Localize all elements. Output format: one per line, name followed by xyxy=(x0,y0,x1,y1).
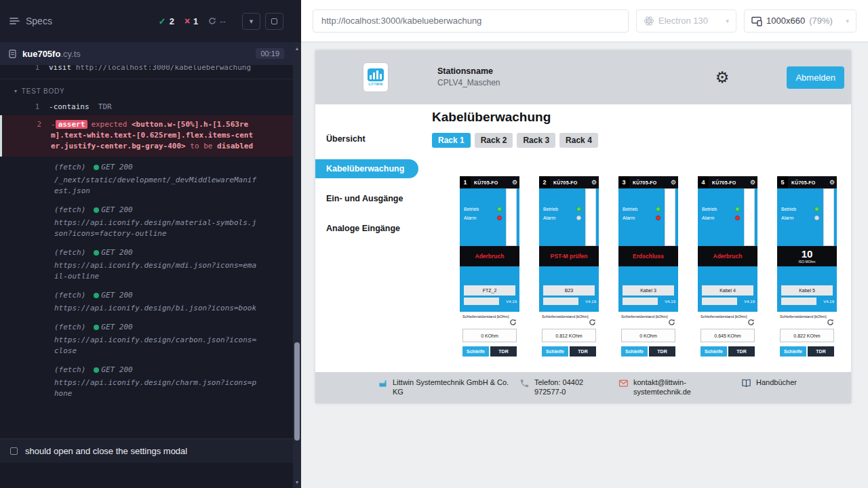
logout-button[interactable]: Abmelden xyxy=(787,66,844,89)
tab-rack-2[interactable]: Rack 2 xyxy=(475,133,513,148)
manuals-text: Handbücher xyxy=(756,378,797,388)
resistance-section: Schleifenwiderstand [kOhm] 0.822 KOhm Sc… xyxy=(777,312,837,369)
resistance-value: 0.645 KOhm xyxy=(701,329,755,342)
card-settings-gear-icon[interactable]: ⚙ xyxy=(671,180,676,186)
fetch-badge: (fetch) xyxy=(54,365,85,375)
settings-gear-icon[interactable]: ⚙ xyxy=(715,70,730,85)
card-settings-gear-icon[interactable]: ⚙ xyxy=(829,180,835,186)
fetch-status: GET 200 xyxy=(101,290,132,301)
network-log-entry[interactable]: (fetch)GET 200 https://api.iconify.desig… xyxy=(0,203,293,246)
failed-assert-row[interactable]: 2 -assertexpected <button.w-[50%].h-[1.5… xyxy=(0,115,293,157)
level-gauge xyxy=(823,188,834,246)
fetch-url: https://api.iconify.design/charm.json?ic… xyxy=(54,378,259,399)
iso-value: 10 xyxy=(802,249,813,260)
fetch-badge: (fetch) xyxy=(54,322,85,333)
next-test-row[interactable]: should open and close the settings modal xyxy=(0,439,293,463)
scroll-down-icon[interactable]: ▼ xyxy=(293,477,301,487)
tdr-button[interactable]: TDR xyxy=(570,346,596,357)
footer-email[interactable]: kontakt@littwin-systemtechnik.de xyxy=(618,378,711,397)
network-log-entry[interactable]: (fetch)GET 200 https://api.iconify.desig… xyxy=(0,289,293,321)
status-text: Aderbruch xyxy=(475,253,505,260)
cable-name-field[interactable]: Kabel 3 xyxy=(623,285,674,296)
schleife-button[interactable]: Schleife xyxy=(780,346,806,357)
sidebar-item-analoge-eingaenge[interactable]: Analoge Eingänge xyxy=(315,219,422,238)
collapse-reporter-button[interactable]: ▾ xyxy=(242,13,260,30)
test-body-section[interactable]: ▾ TEST BODY xyxy=(0,81,293,101)
line-number: 1 xyxy=(0,65,49,73)
sidebar-item-ein-und-ausgaenge[interactable]: Ein- und Ausgänge xyxy=(315,189,422,208)
next-test-title: should open and close the settings modal xyxy=(25,446,187,456)
cable-name-field[interactable]: B23 xyxy=(543,285,595,296)
spec-file-bar[interactable]: kue705fo.cy.ts 00:19 xyxy=(0,42,293,65)
check-icon: ✓ xyxy=(159,16,166,26)
reporter-scrollbar[interactable]: ▲ ▼ xyxy=(293,42,301,488)
app-body: Übersicht Kabelüberwachung Ein- und Ausg… xyxy=(315,104,851,372)
fetch-badge: (fetch) xyxy=(54,162,85,173)
refresh-icon[interactable] xyxy=(462,319,517,328)
visit-command-row[interactable]: 1 visit http://localhost:3000/kabelueber… xyxy=(0,65,293,74)
tdr-button[interactable]: TDR xyxy=(490,346,517,357)
cable-name-field[interactable]: Kabel 4 xyxy=(702,285,753,296)
app-footer: Littwin Systemtechnik GmbH & Co. KG Tele… xyxy=(315,372,851,403)
scroll-up-icon[interactable]: ▲ xyxy=(293,43,301,53)
contains-command-row[interactable]: 1 -contains TDR xyxy=(0,101,293,113)
pending-stat: -- xyxy=(208,16,226,26)
test-stats: ✓2 ×1 -- xyxy=(159,16,226,26)
tdr-button[interactable]: TDR xyxy=(808,346,834,357)
fetch-url: https://api.iconify.design/mdi.json?icon… xyxy=(54,260,259,282)
refresh-icon[interactable] xyxy=(621,319,675,328)
resistance-value: 0 KOhm xyxy=(462,329,517,342)
network-log-entry[interactable]: (fetch)GET 200 https://api.iconify.desig… xyxy=(0,363,293,406)
network-log-entry[interactable]: (fetch)GET 200 https://api.iconify.desig… xyxy=(0,246,293,289)
card-settings-gear-icon[interactable]: ⚙ xyxy=(750,180,755,186)
tab-rack-3[interactable]: Rack 3 xyxy=(517,133,555,148)
section-label: TEST BODY xyxy=(22,86,65,97)
resistance-section: Schleifenwiderstand [kOhm] 0.812 KOhm Sc… xyxy=(539,312,599,369)
scrollbar-thumb[interactable] xyxy=(294,342,300,441)
specs-menu-button[interactable]: Specs xyxy=(9,16,52,26)
schleife-button[interactable]: Schleife xyxy=(542,346,568,357)
footer-manuals[interactable]: Handbücher xyxy=(741,378,797,388)
card-number: 1 xyxy=(460,176,471,188)
refresh-icon xyxy=(208,17,216,25)
refresh-icon[interactable] xyxy=(542,319,596,328)
test-icon xyxy=(10,447,18,455)
schleife-button[interactable]: Schleife xyxy=(462,346,489,357)
resistance-label: Schleifenwiderstand [kOhm] xyxy=(462,314,517,319)
footer-phone[interactable]: Telefon: 04402 972577-0 xyxy=(519,378,610,397)
schleife-button[interactable]: Schleife xyxy=(621,346,648,357)
spec-extension: .cy.ts xyxy=(60,49,80,59)
schleife-button[interactable]: Schleife xyxy=(701,346,727,357)
cable-name-field[interactable]: Kabel 5 xyxy=(781,285,833,296)
stop-tests-button[interactable] xyxy=(265,13,283,30)
card-settings-gear-icon[interactable]: ⚙ xyxy=(512,180,517,186)
card-led-panel: Betrieb Alarm xyxy=(539,188,599,246)
tdr-button[interactable]: TDR xyxy=(728,346,755,357)
network-log-entry[interactable]: (fetch)GET 200 https://api.iconify.desig… xyxy=(0,321,293,363)
app-under-test: LITTWIN Stationsname CPLV4_Maschen ⚙ Abm… xyxy=(315,50,851,403)
tab-rack-1[interactable]: Rack 1 xyxy=(432,133,471,148)
tdr-button[interactable]: TDR xyxy=(649,346,675,357)
card-led-panel: Betrieb Alarm xyxy=(618,188,678,246)
status-display: Aderbruch xyxy=(460,246,519,266)
card-settings-gear-icon[interactable]: ⚙ xyxy=(591,180,597,186)
fetch-status: GET 200 xyxy=(101,365,132,375)
network-log-entry[interactable]: (fetch)GET 200 /_next/static/development… xyxy=(0,161,293,203)
betrieb-led xyxy=(656,207,660,211)
betrieb-label: Betrieb xyxy=(464,207,479,211)
cable-name-field[interactable]: FTZ_2 xyxy=(464,285,515,296)
phone-icon xyxy=(519,378,530,388)
tab-rack-4[interactable]: Rack 4 xyxy=(559,133,598,148)
viewport-select[interactable]: 1000x660 (79%) ▾ xyxy=(744,9,856,33)
browser-select[interactable]: Electron 130 ▾ xyxy=(636,9,736,33)
url-input[interactable]: http://localhost:3000/kabelueberwachung xyxy=(313,9,629,33)
sidebar-item-uebersicht[interactable]: Übersicht xyxy=(315,129,422,148)
sidebar-item-kabelueberwachung[interactable]: Kabelüberwachung xyxy=(315,159,418,178)
command-arg: http://localhost:3000/kabelueberwachung xyxy=(76,65,251,72)
cypress-reporter-panel: Specs ✓2 ×1 -- ▾ kue705fo.cy.ts 00:19 xyxy=(0,0,301,488)
fetch-url: https://api.iconify.design/material-symb… xyxy=(54,218,259,239)
refresh-icon[interactable] xyxy=(701,319,755,328)
email-icon xyxy=(618,378,629,388)
refresh-icon[interactable] xyxy=(780,319,834,328)
status-text: Erdschluss xyxy=(633,253,664,260)
